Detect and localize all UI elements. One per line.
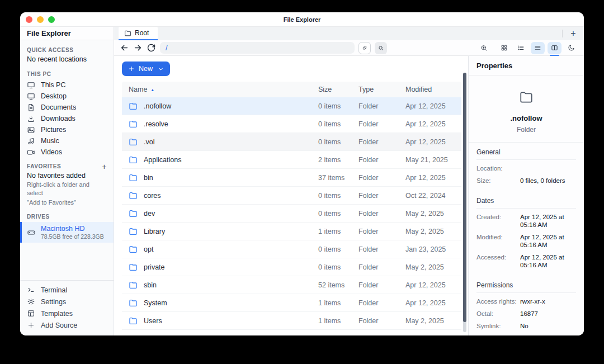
drives-header: DRIVES	[27, 214, 50, 220]
sidebar-item-downloads[interactable]: Downloads	[20, 113, 114, 124]
size-label: Size:	[476, 177, 517, 185]
sidebar-item-label: Documents	[41, 103, 76, 111]
maximize-window-button[interactable]	[48, 16, 55, 23]
gear-icon	[27, 297, 35, 306]
sidebar-item-label: Desktop	[41, 92, 67, 100]
properties-title: Properties	[469, 56, 584, 75]
table-row[interactable]: bin 37 items Folder Apr 12, 2025	[122, 169, 461, 187]
chevron-down-icon	[158, 66, 164, 72]
sidebar-item-add-source[interactable]: Add Source	[20, 319, 114, 331]
section-general: General Location: Size: 0 files, 0 folde…	[469, 143, 584, 191]
table-row[interactable]: private 0 items Folder May 2, 2025	[122, 258, 461, 276]
section-permissions: Permissions Access rights: rwxr-xr-x Oct…	[469, 276, 584, 335]
favorites-empty-title: No favorites added	[27, 172, 107, 179]
tab-root[interactable]: Root	[119, 27, 158, 40]
properties-panel-toggle-icon[interactable]	[548, 42, 561, 54]
file-size: 0 items	[316, 210, 356, 218]
table-row[interactable]: opt 0 items Folder Jan 23, 2025	[122, 240, 461, 258]
table-row[interactable]: cores 0 items Folder Oct 22, 2024	[122, 187, 461, 205]
sidebar-item-label: Terminal	[41, 286, 67, 294]
file-preview: .nofollow Folder	[469, 75, 584, 143]
add-favorite-button[interactable]: +	[102, 164, 107, 169]
folder-icon	[129, 227, 138, 236]
table-row[interactable]: .nofollow 0 items Folder Apr 12, 2025	[122, 97, 461, 115]
folder-icon	[129, 299, 138, 308]
file-type: Folder	[356, 245, 403, 253]
scrollbar-thumb[interactable]	[463, 73, 466, 322]
column-header-type[interactable]: Type	[356, 86, 403, 93]
file-modified: May 2, 2025	[403, 228, 461, 235]
file-type: Folder	[356, 174, 403, 182]
octal-value: 16877	[520, 310, 576, 318]
file-table: Name ▲ Size Type Modified .nofo	[122, 82, 461, 335]
sidebar-item-label: Add Source	[41, 322, 77, 329]
minimize-window-button[interactable]	[37, 16, 44, 23]
created-value: Apr 12, 2025 at 05:16 AM	[520, 213, 576, 229]
tab-bar-divider	[562, 30, 563, 37]
sidebar-item-music[interactable]: Music	[20, 135, 114, 146]
new-button[interactable]: New	[122, 62, 170, 76]
new-tab-button[interactable]: +	[566, 27, 581, 40]
file-type: Folder	[356, 102, 403, 110]
accessed-label: Accessed:	[476, 253, 517, 261]
file-type: Folder	[356, 299, 403, 307]
forward-button[interactable]	[133, 43, 143, 53]
favorites-header: FAVORITES	[27, 163, 61, 169]
refresh-button[interactable]	[147, 43, 156, 53]
favorites-empty-line2: "Add to Favorites"	[27, 198, 107, 207]
sidebar-item-templates[interactable]: Templates	[20, 308, 114, 319]
copy-path-button[interactable]	[358, 42, 371, 54]
size-value: 0 files, 0 folders	[520, 177, 576, 185]
file-size: 1 items	[316, 317, 356, 325]
sidebar-item-desktop[interactable]: Desktop	[20, 91, 114, 102]
zoom-icon[interactable]	[477, 42, 491, 54]
file-name: Applications	[144, 156, 181, 164]
close-window-button[interactable]	[26, 16, 32, 23]
sidebar-item-label: Pictures	[41, 126, 66, 134]
file-type: Folder	[356, 192, 403, 200]
table-row[interactable]: Library 1 items Folder May 2, 2025	[122, 223, 461, 240]
table-row[interactable]: .resolve 0 items Folder Apr 12, 2025	[122, 115, 461, 133]
file-name: sbin	[144, 281, 157, 289]
table-row[interactable]: sbin 52 items Folder Apr 12, 2025	[122, 276, 461, 294]
path-input[interactable]	[160, 42, 355, 54]
file-name: dev	[144, 210, 155, 218]
scrollbar-track[interactable]	[463, 73, 466, 332]
table-row[interactable]: usr 0 items Folder Apr 12, 2025	[122, 330, 461, 335]
sidebar-item-this-pc[interactable]: This PC	[20, 79, 114, 91]
table-row[interactable]: System 1 items Folder Apr 12, 2025	[122, 294, 461, 312]
folder-icon	[129, 209, 138, 218]
sidebar-sections: QUICK ACCESS No recent locations THIS PC…	[20, 40, 114, 280]
dark-mode-icon[interactable]	[564, 42, 578, 54]
sidebar-item-pictures[interactable]: Pictures	[20, 124, 114, 135]
section-permissions-title: Permissions	[476, 281, 576, 293]
table-row[interactable]: .vol 0 items Folder Apr 12, 2025	[122, 133, 461, 151]
column-header-modified[interactable]: Modified	[403, 86, 461, 93]
octal-label: Octal:	[476, 310, 517, 318]
list-view-icon[interactable]	[514, 42, 528, 54]
table-row[interactable]: dev 0 items Folder May 2, 2025	[122, 205, 461, 223]
sidebar-item-settings[interactable]: Settings	[20, 296, 114, 308]
file-modified: May 21, 2025	[403, 156, 461, 164]
table-row[interactable]: Applications 2 items Folder May 21, 2025	[122, 151, 461, 169]
desktop-icon	[27, 92, 35, 101]
sidebar-footer: Terminal Settings Templates Add Source	[20, 280, 114, 335]
folder-icon	[129, 173, 138, 182]
sidebar-item-macintosh-hd[interactable]: Macintosh HD 78.5GB free of 228.3GB	[20, 222, 114, 243]
sidebar-item-documents[interactable]: Documents	[20, 102, 114, 113]
search-button[interactable]	[375, 42, 387, 54]
window-title: File Explorer	[20, 16, 584, 23]
table-row[interactable]: Users 1 items Folder May 2, 2025	[122, 312, 461, 330]
folder-icon	[129, 191, 138, 200]
folder-icon	[519, 90, 534, 105]
column-header-name[interactable]: Name	[129, 86, 147, 93]
tab-label: Root	[135, 29, 149, 37]
column-header-size[interactable]: Size	[316, 86, 356, 93]
grid-view-icon[interactable]	[497, 42, 511, 54]
detail-view-icon[interactable]	[531, 42, 545, 54]
back-button[interactable]	[120, 43, 129, 53]
sidebar-item-terminal[interactable]: Terminal	[20, 284, 114, 296]
file-size: 1 items	[316, 299, 356, 307]
sidebar-item-videos[interactable]: Videos	[20, 146, 114, 158]
view-controls	[477, 42, 578, 54]
